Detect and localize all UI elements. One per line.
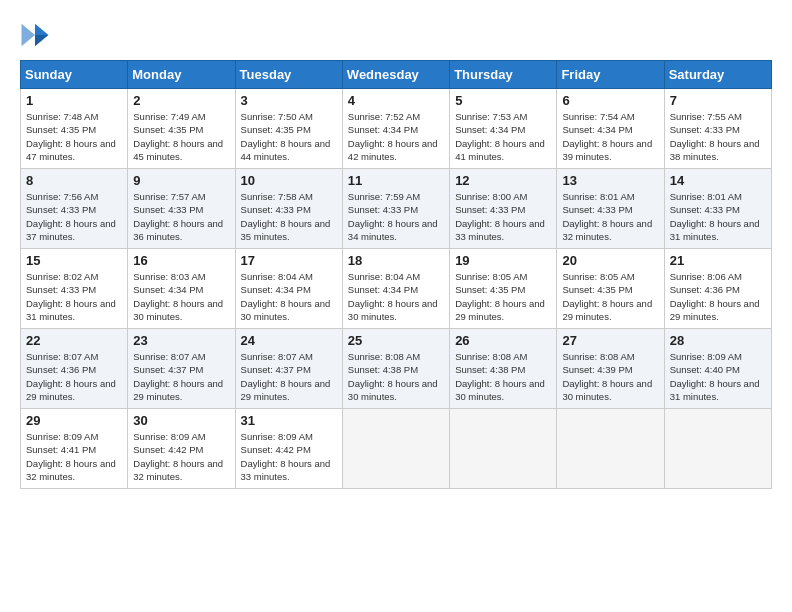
day-info: Sunrise: 8:01 AM Sunset: 4:33 PM Dayligh… — [562, 190, 658, 243]
day-info: Sunrise: 8:03 AM Sunset: 4:34 PM Dayligh… — [133, 270, 229, 323]
svg-marker-2 — [35, 35, 49, 46]
calendar-cell: 10 Sunrise: 7:58 AM Sunset: 4:33 PM Dayl… — [235, 169, 342, 249]
day-info: Sunrise: 8:02 AM Sunset: 4:33 PM Dayligh… — [26, 270, 122, 323]
weekday-header-sunday: Sunday — [21, 61, 128, 89]
day-number: 22 — [26, 333, 122, 348]
calendar-table: SundayMondayTuesdayWednesdayThursdayFrid… — [20, 60, 772, 489]
day-number: 24 — [241, 333, 337, 348]
day-info: Sunrise: 7:48 AM Sunset: 4:35 PM Dayligh… — [26, 110, 122, 163]
day-info: Sunrise: 7:52 AM Sunset: 4:34 PM Dayligh… — [348, 110, 444, 163]
calendar-cell: 18 Sunrise: 8:04 AM Sunset: 4:34 PM Dayl… — [342, 249, 449, 329]
day-number: 16 — [133, 253, 229, 268]
svg-marker-1 — [35, 24, 49, 35]
calendar-cell: 27 Sunrise: 8:08 AM Sunset: 4:39 PM Dayl… — [557, 329, 664, 409]
logo — [20, 20, 54, 50]
day-info: Sunrise: 7:54 AM Sunset: 4:34 PM Dayligh… — [562, 110, 658, 163]
calendar-body: 1 Sunrise: 7:48 AM Sunset: 4:35 PM Dayli… — [21, 89, 772, 489]
day-number: 23 — [133, 333, 229, 348]
day-info: Sunrise: 8:06 AM Sunset: 4:36 PM Dayligh… — [670, 270, 766, 323]
day-info: Sunrise: 8:04 AM Sunset: 4:34 PM Dayligh… — [348, 270, 444, 323]
day-info: Sunrise: 7:53 AM Sunset: 4:34 PM Dayligh… — [455, 110, 551, 163]
day-info: Sunrise: 8:08 AM Sunset: 4:38 PM Dayligh… — [455, 350, 551, 403]
day-number: 14 — [670, 173, 766, 188]
day-number: 18 — [348, 253, 444, 268]
day-number: 6 — [562, 93, 658, 108]
calendar-cell: 5 Sunrise: 7:53 AM Sunset: 4:34 PM Dayli… — [450, 89, 557, 169]
day-info: Sunrise: 7:57 AM Sunset: 4:33 PM Dayligh… — [133, 190, 229, 243]
day-number: 19 — [455, 253, 551, 268]
day-number: 7 — [670, 93, 766, 108]
calendar-cell: 31 Sunrise: 8:09 AM Sunset: 4:42 PM Dayl… — [235, 409, 342, 489]
day-info: Sunrise: 8:09 AM Sunset: 4:42 PM Dayligh… — [133, 430, 229, 483]
day-number: 20 — [562, 253, 658, 268]
day-info: Sunrise: 8:09 AM Sunset: 4:40 PM Dayligh… — [670, 350, 766, 403]
calendar-cell: 23 Sunrise: 8:07 AM Sunset: 4:37 PM Dayl… — [128, 329, 235, 409]
calendar-cell: 22 Sunrise: 8:07 AM Sunset: 4:36 PM Dayl… — [21, 329, 128, 409]
calendar-cell: 30 Sunrise: 8:09 AM Sunset: 4:42 PM Dayl… — [128, 409, 235, 489]
day-info: Sunrise: 7:50 AM Sunset: 4:35 PM Dayligh… — [241, 110, 337, 163]
day-number: 8 — [26, 173, 122, 188]
day-number: 21 — [670, 253, 766, 268]
svg-marker-3 — [22, 24, 36, 47]
calendar-cell: 25 Sunrise: 8:08 AM Sunset: 4:38 PM Dayl… — [342, 329, 449, 409]
calendar-cell: 9 Sunrise: 7:57 AM Sunset: 4:33 PM Dayli… — [128, 169, 235, 249]
weekday-header-tuesday: Tuesday — [235, 61, 342, 89]
day-number: 2 — [133, 93, 229, 108]
day-number: 3 — [241, 93, 337, 108]
calendar-cell: 17 Sunrise: 8:04 AM Sunset: 4:34 PM Dayl… — [235, 249, 342, 329]
calendar-cell: 1 Sunrise: 7:48 AM Sunset: 4:35 PM Dayli… — [21, 89, 128, 169]
calendar-cell: 24 Sunrise: 8:07 AM Sunset: 4:37 PM Dayl… — [235, 329, 342, 409]
day-info: Sunrise: 8:09 AM Sunset: 4:41 PM Dayligh… — [26, 430, 122, 483]
calendar-week-1: 1 Sunrise: 7:48 AM Sunset: 4:35 PM Dayli… — [21, 89, 772, 169]
day-number: 29 — [26, 413, 122, 428]
weekday-header-thursday: Thursday — [450, 61, 557, 89]
day-info: Sunrise: 7:59 AM Sunset: 4:33 PM Dayligh… — [348, 190, 444, 243]
day-info: Sunrise: 8:01 AM Sunset: 4:33 PM Dayligh… — [670, 190, 766, 243]
page-header — [20, 20, 772, 50]
calendar-cell — [342, 409, 449, 489]
calendar-cell: 3 Sunrise: 7:50 AM Sunset: 4:35 PM Dayli… — [235, 89, 342, 169]
day-info: Sunrise: 8:04 AM Sunset: 4:34 PM Dayligh… — [241, 270, 337, 323]
calendar-week-3: 15 Sunrise: 8:02 AM Sunset: 4:33 PM Dayl… — [21, 249, 772, 329]
day-info: Sunrise: 8:05 AM Sunset: 4:35 PM Dayligh… — [455, 270, 551, 323]
day-info: Sunrise: 8:09 AM Sunset: 4:42 PM Dayligh… — [241, 430, 337, 483]
weekday-header-monday: Monday — [128, 61, 235, 89]
calendar-cell: 7 Sunrise: 7:55 AM Sunset: 4:33 PM Dayli… — [664, 89, 771, 169]
calendar-cell: 12 Sunrise: 8:00 AM Sunset: 4:33 PM Dayl… — [450, 169, 557, 249]
calendar-cell: 8 Sunrise: 7:56 AM Sunset: 4:33 PM Dayli… — [21, 169, 128, 249]
calendar-cell: 6 Sunrise: 7:54 AM Sunset: 4:34 PM Dayli… — [557, 89, 664, 169]
day-info: Sunrise: 8:08 AM Sunset: 4:38 PM Dayligh… — [348, 350, 444, 403]
calendar-week-5: 29 Sunrise: 8:09 AM Sunset: 4:41 PM Dayl… — [21, 409, 772, 489]
day-info: Sunrise: 7:58 AM Sunset: 4:33 PM Dayligh… — [241, 190, 337, 243]
calendar-cell: 19 Sunrise: 8:05 AM Sunset: 4:35 PM Dayl… — [450, 249, 557, 329]
day-info: Sunrise: 8:08 AM Sunset: 4:39 PM Dayligh… — [562, 350, 658, 403]
calendar-cell: 15 Sunrise: 8:02 AM Sunset: 4:33 PM Dayl… — [21, 249, 128, 329]
calendar-week-2: 8 Sunrise: 7:56 AM Sunset: 4:33 PM Dayli… — [21, 169, 772, 249]
day-number: 9 — [133, 173, 229, 188]
day-number: 10 — [241, 173, 337, 188]
calendar-cell: 4 Sunrise: 7:52 AM Sunset: 4:34 PM Dayli… — [342, 89, 449, 169]
day-number: 1 — [26, 93, 122, 108]
calendar-cell: 14 Sunrise: 8:01 AM Sunset: 4:33 PM Dayl… — [664, 169, 771, 249]
day-info: Sunrise: 7:56 AM Sunset: 4:33 PM Dayligh… — [26, 190, 122, 243]
day-number: 30 — [133, 413, 229, 428]
day-number: 4 — [348, 93, 444, 108]
weekday-header-saturday: Saturday — [664, 61, 771, 89]
calendar-cell: 21 Sunrise: 8:06 AM Sunset: 4:36 PM Dayl… — [664, 249, 771, 329]
day-info: Sunrise: 8:07 AM Sunset: 4:37 PM Dayligh… — [133, 350, 229, 403]
weekday-header-wednesday: Wednesday — [342, 61, 449, 89]
day-number: 17 — [241, 253, 337, 268]
calendar-cell: 16 Sunrise: 8:03 AM Sunset: 4:34 PM Dayl… — [128, 249, 235, 329]
calendar-week-4: 22 Sunrise: 8:07 AM Sunset: 4:36 PM Dayl… — [21, 329, 772, 409]
day-number: 26 — [455, 333, 551, 348]
calendar-cell: 29 Sunrise: 8:09 AM Sunset: 4:41 PM Dayl… — [21, 409, 128, 489]
day-number: 12 — [455, 173, 551, 188]
day-info: Sunrise: 7:55 AM Sunset: 4:33 PM Dayligh… — [670, 110, 766, 163]
day-number: 28 — [670, 333, 766, 348]
day-number: 25 — [348, 333, 444, 348]
day-info: Sunrise: 8:07 AM Sunset: 4:37 PM Dayligh… — [241, 350, 337, 403]
logo-icon — [20, 20, 50, 50]
calendar-cell: 20 Sunrise: 8:05 AM Sunset: 4:35 PM Dayl… — [557, 249, 664, 329]
day-number: 5 — [455, 93, 551, 108]
day-number: 11 — [348, 173, 444, 188]
